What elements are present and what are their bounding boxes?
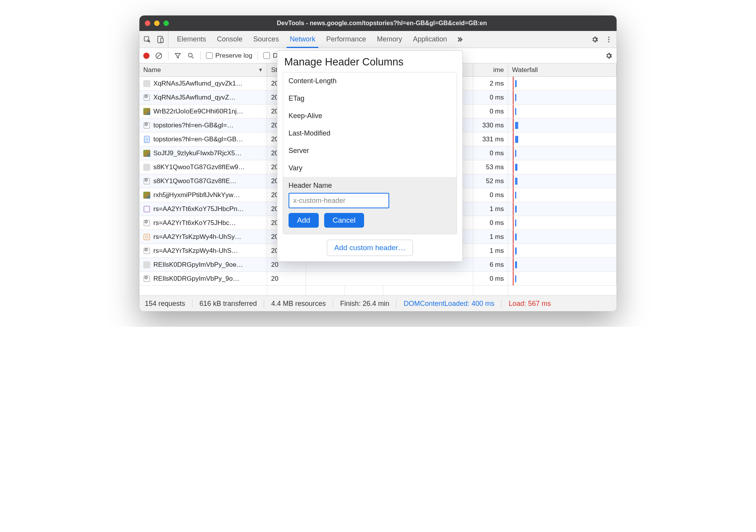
- header-column-item[interactable]: Last-Modified: [283, 125, 457, 142]
- cell-time: 2 ms: [473, 77, 508, 90]
- window-title: DevTools - news.google.com/topstories?hl…: [176, 20, 588, 27]
- divider: [333, 299, 333, 308]
- waterfall-bar: [515, 122, 518, 129]
- add-button[interactable]: Add: [289, 213, 319, 228]
- checkbox-icon: [263, 52, 270, 59]
- waterfall-bar: [515, 150, 516, 157]
- request-name: rs=AA2YrTsKzpWy4h-UhS…: [153, 247, 238, 255]
- divider: [200, 51, 201, 60]
- script-icon: [143, 206, 150, 213]
- gear-icon: ⚙: [143, 247, 150, 254]
- gear-icon: ⚙: [143, 122, 150, 129]
- header-column-item[interactable]: Server: [283, 142, 457, 160]
- more-tabs-icon[interactable]: [455, 36, 463, 43]
- column-header-waterfall[interactable]: Waterfall: [508, 63, 617, 76]
- svg-point-7: [188, 53, 192, 57]
- settings-icon[interactable]: [591, 36, 599, 43]
- grid-filler: [139, 286, 617, 296]
- cell-waterfall: [508, 174, 617, 188]
- request-name: rs=AA2YrTsKzpWy4h-UhSy…: [153, 233, 241, 241]
- status-bar: 154 requests 616 kB transferred 4.4 MB r…: [139, 296, 617, 311]
- kebab-menu-icon[interactable]: [605, 36, 613, 43]
- filter-icon[interactable]: [174, 52, 182, 60]
- divider: [501, 299, 502, 308]
- preserve-log-checkbox[interactable]: Preserve log: [206, 52, 252, 60]
- cell-name: XqRNAsJ5AwfIumd_qyvZk1…: [139, 77, 267, 90]
- cell-name: rxh5jjHyxmiPPtibflJvNkYyw…: [139, 188, 267, 202]
- cell-name: ⚙XqRNAsJ5AwfIumd_qyvZ…: [139, 91, 267, 104]
- cell-waterfall: [508, 160, 617, 174]
- cell-waterfall: [508, 244, 617, 257]
- cancel-button[interactable]: Cancel: [324, 213, 364, 228]
- divider: [396, 299, 397, 308]
- column-header-time[interactable]: ime: [473, 63, 508, 76]
- sort-indicator-icon: ▼: [258, 67, 263, 73]
- tab-application[interactable]: Application: [407, 31, 452, 48]
- popup-title: Manage Header Columns: [277, 51, 462, 72]
- close-window-button[interactable]: [145, 21, 150, 26]
- cell-waterfall: [508, 202, 617, 216]
- request-name: rs=AA2YrTt6xKoY75JHbc…: [153, 219, 236, 227]
- panel-settings-icon[interactable]: [605, 52, 613, 60]
- inspect-icon[interactable]: [143, 36, 151, 43]
- status-resources: 4.4 MB resources: [271, 300, 326, 308]
- waterfall-marker: [513, 77, 514, 90]
- header-column-item[interactable]: Vary: [283, 160, 457, 177]
- minimize-window-button[interactable]: [154, 21, 160, 26]
- gear-icon: ⚙: [143, 178, 150, 185]
- image-thumb-icon: [143, 108, 150, 115]
- cell-time: 0 ms: [473, 188, 508, 202]
- tab-performance[interactable]: Performance: [321, 31, 371, 48]
- gear-icon: ⚙: [143, 94, 150, 101]
- waterfall-bar: [515, 164, 517, 171]
- search-icon[interactable]: [187, 52, 195, 60]
- waterfall-marker: [513, 258, 514, 271]
- cell-waterfall: [508, 216, 617, 230]
- maximize-window-button[interactable]: [163, 21, 169, 26]
- image-icon: [143, 261, 150, 268]
- status-requests: 154 requests: [145, 300, 185, 308]
- request-name: WrB22rlJoIoEe9CHhi60R1nj…: [153, 108, 243, 115]
- request-name: rxh5jjHyxmiPPtibflJvNkYyw…: [153, 191, 240, 199]
- tab-elements[interactable]: Elements: [172, 31, 211, 48]
- image-thumb-icon: [143, 192, 150, 199]
- clear-icon[interactable]: [155, 52, 163, 60]
- cell-name: rs=AA2YrTt6xKoY75JHbcPn…: [139, 202, 267, 216]
- image-icon: [143, 164, 150, 171]
- waterfall-bar: [515, 136, 518, 143]
- header-column-item[interactable]: ETag: [283, 90, 457, 107]
- record-button[interactable]: [143, 53, 149, 59]
- cell-waterfall: [508, 77, 617, 90]
- tab-console[interactable]: Console: [211, 31, 248, 48]
- waterfall-bar: [515, 275, 516, 282]
- header-name-form: Header Name Add Cancel: [283, 177, 457, 234]
- header-name-input[interactable]: [289, 193, 389, 208]
- header-column-item[interactable]: Keep-Alive: [283, 107, 457, 125]
- request-name: REIlsK0DRGpyImVbPy_9o…: [153, 275, 239, 283]
- tab-network[interactable]: Network: [284, 31, 321, 48]
- gear-icon: ⚙: [143, 275, 150, 282]
- header-column-item[interactable]: Content-Length: [283, 72, 457, 90]
- waterfall-bar: [515, 108, 516, 115]
- column-status-label: St: [271, 66, 277, 74]
- document-icon: [143, 136, 150, 143]
- waterfall-marker: [513, 272, 514, 285]
- cell-time: 330 ms: [473, 118, 508, 132]
- devtools-window: DevTools - news.google.com/topstories?hl…: [139, 15, 617, 311]
- waterfall-marker: [513, 188, 514, 202]
- cell-time: 0 ms: [473, 91, 508, 104]
- cell-time: 1 ms: [473, 202, 508, 216]
- waterfall-marker: [513, 202, 514, 216]
- cell-time: 331 ms: [473, 132, 508, 146]
- device-toolbar-icon[interactable]: [156, 36, 164, 43]
- request-row[interactable]: ⚙REIlsK0DRGpyImVbPy_9o…200 ms: [139, 272, 617, 286]
- divider: [168, 51, 168, 60]
- waterfall-marker: [513, 146, 514, 160]
- waterfall-marker: [513, 160, 514, 174]
- gear-icon: ⚙: [143, 220, 150, 227]
- cell-name: SoJfJ9_9zIykuFIwxb7RjcX5…: [139, 146, 267, 160]
- column-header-name[interactable]: Name ▼: [139, 63, 267, 76]
- tab-memory[interactable]: Memory: [371, 31, 407, 48]
- add-custom-header-button[interactable]: Add custom header…: [327, 240, 413, 256]
- tab-sources[interactable]: Sources: [248, 31, 284, 48]
